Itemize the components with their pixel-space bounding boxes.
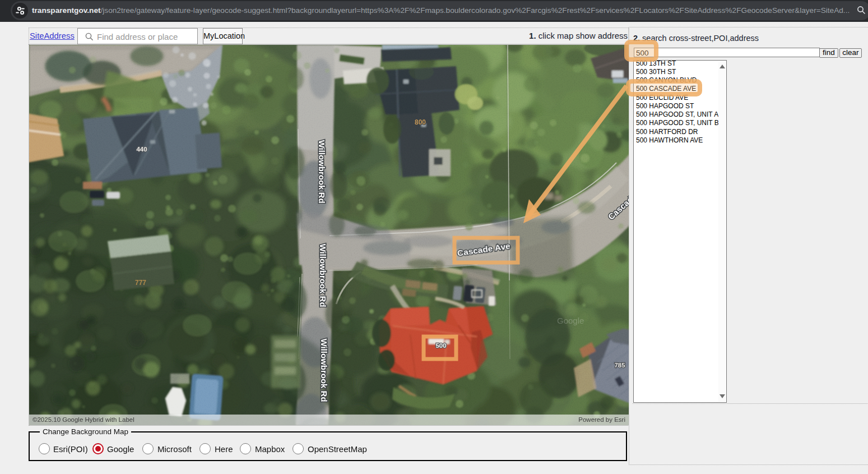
- svg-text:Willowbrook Rd: Willowbrook Rd: [317, 140, 327, 203]
- svg-text:500: 500: [435, 342, 446, 349]
- svg-text:Powered by Esri: Powered by Esri: [578, 416, 625, 423]
- svg-text:Willowbrook Rd: Willowbrook Rd: [318, 243, 328, 307]
- svg-text:©2025.10 Google Hybrid with La: ©2025.10 Google Hybrid with Label: [33, 416, 134, 423]
- svg-text:Willowbrook Rd: Willowbrook Rd: [319, 338, 329, 402]
- svg-text:800: 800: [415, 118, 426, 126]
- svg-text:440: 440: [136, 146, 147, 153]
- svg-text:777: 777: [135, 279, 146, 287]
- svg-text:Google: Google: [557, 316, 584, 325]
- svg-text:785: 785: [614, 362, 625, 369]
